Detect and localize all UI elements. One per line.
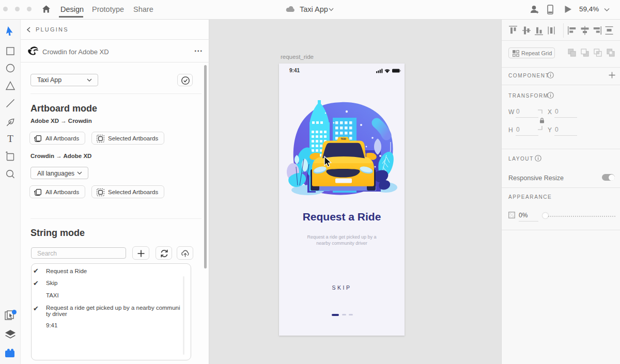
svg-text:TAXI: TAXI (340, 138, 346, 140)
